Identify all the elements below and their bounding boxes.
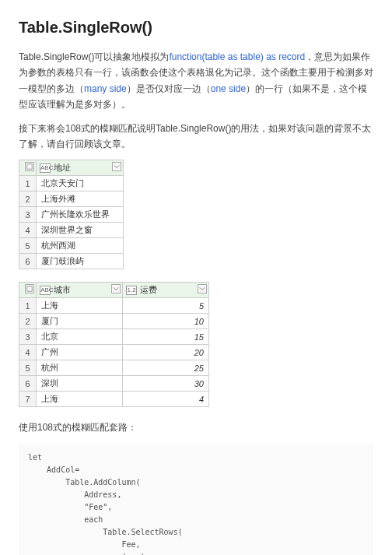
row-number: 1 [19,176,37,191]
row-header-corner[interactable] [19,283,37,298]
table-menu-icon[interactable] [25,284,34,293]
cell-city[interactable]: 北京 [37,329,123,345]
keyword: one side [211,83,246,94]
row-number: 5 [19,360,37,376]
table-row[interactable]: 6深圳30 [19,376,209,392]
row-number: 5 [19,238,37,254]
column-header-city[interactable]: ABC城市 [37,283,123,298]
table-row[interactable]: 1北京天安门 [19,176,124,191]
table-row[interactable]: 4广州20 [19,345,209,360]
row-number: 3 [19,207,37,223]
type-text-icon: ABC [40,163,51,173]
row-number: 4 [19,223,37,238]
svg-rect-1 [27,286,32,291]
row-number: 6 [19,376,37,392]
table-row[interactable]: 3北京15 [19,329,209,345]
row-number: 6 [19,254,37,269]
page-title: Table.SingleRow() [19,19,373,37]
row-number: 2 [19,191,37,207]
filter-dropdown-icon[interactable] [111,284,121,293]
keyword: many side [84,83,127,94]
cell-address[interactable]: 上海外滩 [37,191,124,207]
intro-paragraph: Table.SingleRow()可以抽象地模拟为function(table … [19,49,373,113]
body-paragraph: 使用108式的模糊匹配套路： [19,420,373,435]
cell-city[interactable]: 杭州 [37,360,123,376]
body-paragraph: 接下来将会108式的模糊匹配说明Table.SingleRow()的用法，如果对… [19,121,373,153]
text: ）是否仅对应一边（ [127,83,211,94]
address-table: ABC地址 1北京天安门2上海外滩3广州长隆欢乐世界4深圳世界之窗5杭州西湖6厦… [19,160,124,269]
row-number: 1 [19,298,37,314]
column-header-address[interactable]: ABC地址 [37,160,124,176]
column-header-fee[interactable]: 1.2运费 [123,283,209,298]
cell-fee[interactable]: 30 [123,376,209,392]
cell-address[interactable]: 深圳世界之窗 [37,223,124,238]
table-row[interactable]: 5杭州西湖 [19,238,124,254]
type-number-icon: 1.2 [126,286,137,295]
cell-city[interactable]: 上海 [37,392,123,407]
row-number: 3 [19,329,37,345]
table-row[interactable]: 6厦门鼓浪屿 [19,254,124,269]
cell-fee[interactable]: 20 [123,345,209,360]
row-number: 2 [19,314,37,329]
cell-city[interactable]: 上海 [37,298,123,314]
row-number: 7 [19,392,37,407]
table-row[interactable]: 2厦门10 [19,314,209,329]
table-row[interactable]: 1上海5 [19,298,209,314]
cell-city[interactable]: 广州 [37,345,123,360]
text: Table.SingleRow()可以抽象地模拟为 [19,51,169,62]
cell-address[interactable]: 杭州西湖 [37,238,124,254]
table-row[interactable]: 4深圳世界之窗 [19,223,124,238]
column-label: 城市 [54,285,71,294]
code-block: let AddCol= Table.AddColumn( Address, "F… [19,444,373,555]
type-text-icon: ABC [40,286,51,295]
cell-city[interactable]: 厦门 [37,314,123,329]
table-row[interactable]: 3广州长隆欢乐世界 [19,207,124,223]
cell-fee[interactable]: 25 [123,360,209,376]
cell-fee[interactable]: 5 [123,298,209,314]
table-menu-icon[interactable] [25,162,34,171]
cell-address[interactable]: 厦门鼓浪屿 [37,254,124,269]
table-row[interactable]: 7上海4 [19,392,209,407]
row-number: 4 [19,345,37,360]
table-row[interactable]: 5杭州25 [19,360,209,376]
cell-address[interactable]: 广州长隆欢乐世界 [37,207,124,223]
table-row[interactable]: 2上海外滩 [19,191,124,207]
filter-dropdown-icon[interactable] [112,162,121,171]
cell-city[interactable]: 深圳 [37,376,123,392]
keyword: function(table as table) as record [169,51,305,62]
column-label: 运费 [140,285,157,294]
cell-fee[interactable]: 10 [123,314,209,329]
column-label: 地址 [54,163,71,172]
fee-table: ABC城市 1.2运费 1上海52厦门103北京154广州205杭州256深圳3… [19,282,209,407]
cell-address[interactable]: 北京天安门 [37,176,124,191]
filter-dropdown-icon[interactable] [198,284,207,293]
svg-rect-0 [27,164,32,169]
row-header-corner[interactable] [19,160,37,176]
cell-fee[interactable]: 15 [123,329,209,345]
cell-fee[interactable]: 4 [123,392,209,407]
